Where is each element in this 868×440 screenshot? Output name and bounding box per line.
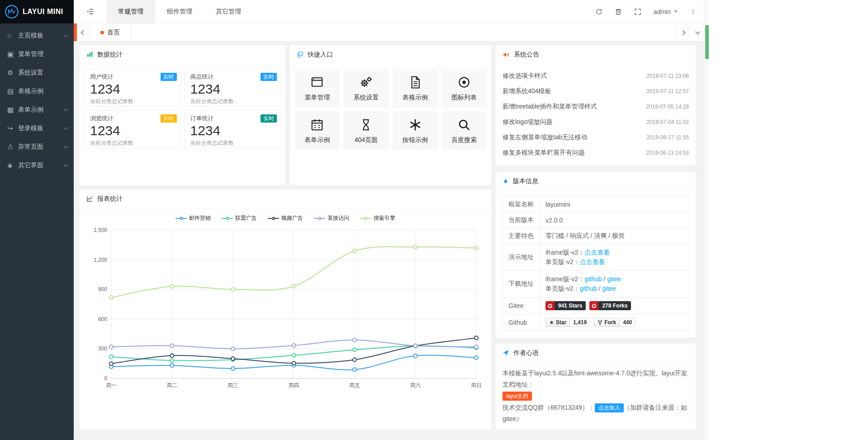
link-prefix: 单页版-v2：: [545, 258, 579, 265]
tile-icon-list[interactable]: 图标列表: [441, 69, 487, 108]
header-nav: 常规管理 组件管理 其它管理: [106, 0, 253, 23]
stat-panel-orders: 订单统计 1234 当前分类总记录数 实时: [185, 110, 281, 148]
link-prefix: 单页版-v2：: [545, 285, 579, 292]
list-item[interactable]: 修改选项卡样式 2019-07-11 23:06: [503, 68, 689, 84]
github-star-badge[interactable]: ★Star 1,419: [545, 318, 590, 327]
nav-tab-general[interactable]: 常规管理: [106, 0, 155, 23]
svg-text:周日: 周日: [471, 382, 482, 388]
tile-label: 菜单管理: [304, 94, 330, 102]
announcement-date: 2019-07-05 14:28: [646, 104, 689, 110]
tile-label: 按钮示例: [403, 136, 428, 144]
tile-button-example[interactable]: 按钮示例: [393, 111, 438, 150]
sidebar-item-form-example[interactable]: ▦ 表单示例: [0, 100, 74, 119]
demo-spa-link[interactable]: 点击查看: [579, 258, 605, 265]
card-title: 系统公告: [514, 51, 539, 59]
fullscreen-button[interactable]: [634, 8, 641, 15]
legend-item[interactable]: 联盟广告: [222, 214, 257, 222]
nav-tab-other[interactable]: 其它管理: [204, 0, 253, 23]
legend-item[interactable]: 视频广告: [268, 214, 303, 222]
tab-home[interactable]: 首页: [90, 24, 131, 41]
more-menu-button[interactable]: [690, 8, 697, 15]
download-gitee-link[interactable]: gitee: [607, 275, 621, 283]
row-label: 主要特色: [503, 228, 540, 244]
sidebar-item-label: 表单示例: [18, 106, 64, 114]
list-item[interactable]: 修改logo缩放问题 2019-07-04 11:02: [503, 114, 689, 130]
table-icon: ▤: [7, 87, 18, 95]
sidebar-item-menu-manage[interactable]: ▣ 菜单管理: [0, 45, 74, 63]
nav-tab-components[interactable]: 组件管理: [155, 0, 204, 23]
sidebar-item-error-pages[interactable]: ⚠ 异常页面: [0, 137, 74, 156]
trash-icon: [615, 8, 622, 15]
gitee-stars-badge[interactable]: G 941 Stars: [545, 301, 586, 310]
list-item[interactable]: 修复多模块菜单栏展开有问题 2019-06-13 14:53: [503, 145, 689, 161]
stat-value: 1234: [90, 81, 175, 97]
qq-join-badge[interactable]: 点击加入: [595, 403, 624, 412]
list-item[interactable]: 修复左侧菜单缩放tab无法移动 2019-06-17 11:55: [503, 130, 689, 145]
tile-form-example[interactable]: 表单示例: [294, 111, 340, 150]
author-line2: 技术交流QQ群（667813249）：点击加入（加群请备注来源：如gitee）: [503, 402, 689, 425]
list-item[interactable]: 新增treetable插件和菜单管理样式 2019-07-05 14:28: [503, 99, 689, 114]
svg-text:周二: 周二: [167, 382, 178, 388]
tab-scroll-left-button[interactable]: [77, 24, 90, 41]
tab-operations-button[interactable]: [690, 24, 704, 41]
row-value: 零门槛 / 响应式 / 清爽 / 极简: [540, 228, 689, 244]
chart-legend: 邮件营销联盟广告视频广告直接访问搜索引擎: [80, 208, 491, 223]
user-dropdown[interactable]: admin: [654, 8, 678, 15]
system-announcements-card: 系统公告 修改选项卡样式 2019-07-11 23:06 新增系统404模板 …: [496, 45, 696, 166]
tile-menu-manage[interactable]: 菜单管理: [294, 69, 340, 108]
table-row: 框架名称 layuimini: [503, 197, 689, 213]
tile-label: 系统设置: [353, 94, 379, 102]
announcement-date: 2019-07-11 23:06: [646, 73, 689, 79]
stat-value: 1234: [190, 123, 275, 138]
demo-iframe-link[interactable]: 点击查看: [584, 249, 610, 256]
author-message-header: 作者心语: [496, 344, 696, 363]
qq-group-text: 技术交流QQ群（667813249）：: [503, 404, 595, 411]
refresh-button[interactable]: [595, 8, 602, 15]
card-title: 快捷入口: [308, 51, 333, 59]
table-row: Gitee G 941 Stars G: [503, 298, 689, 314]
sidebar-item-system-settings[interactable]: ⚙ 系统设置: [0, 63, 74, 82]
sidebar-item-label: 其它界面: [18, 161, 64, 170]
download-gitee-link[interactable]: gitee: [602, 285, 616, 292]
version-info-header: 版本信息: [496, 172, 696, 191]
logo[interactable]: LAYUI MINI: [0, 0, 74, 24]
author-line1: 本模板基于layui2.5.4以及font-awesome-4.7.0进行实现。…: [503, 368, 689, 390]
dot-circle-icon: [457, 75, 471, 90]
download-github-link[interactable]: github: [579, 285, 597, 292]
tile-404-page[interactable]: 404页面: [343, 111, 389, 150]
download-github-link[interactable]: github: [584, 275, 602, 283]
vertical-scrollbar[interactable]: [704, 0, 709, 440]
tile-label: 百度搜索: [451, 136, 477, 144]
quick-grid: 菜单管理 系统设置: [290, 64, 491, 155]
list-item[interactable]: 新增系统404模板 2019-07-11 12:57: [503, 84, 689, 99]
version-table: 框架名称 layuimini 当前版本 v2.0.0 主要特色 零门槛 / 响应…: [503, 196, 689, 331]
sidebar-item-table-example[interactable]: ▤ 表格示例: [0, 82, 74, 100]
tile-baidu-search[interactable]: 百度搜索: [441, 111, 487, 150]
version-info-card: 版本信息 框架名称 layuimini 当前版本: [496, 172, 696, 337]
legend-item[interactable]: 邮件营销: [175, 214, 211, 222]
chevron-down-icon: [64, 162, 68, 167]
data-statistics-card: 数据统计 用户统计 1234 当前分类总记录数 实时 商品统计 1234 当前分…: [80, 45, 285, 185]
clear-cache-button[interactable]: [615, 8, 622, 15]
hourglass-icon: [359, 118, 373, 132]
scrollbar-thumb[interactable]: [705, 25, 709, 59]
gitee-forks-badge[interactable]: G 278 Forks: [589, 301, 631, 310]
sidebar-item-home-template[interactable]: ⌂ 主页模板: [0, 26, 74, 45]
github-fork-count: 440: [620, 318, 635, 326]
sidebar-item-other-ui[interactable]: ◈ 其它界面: [0, 156, 74, 175]
gear-icon: ⚙: [7, 69, 18, 77]
stat-desc: 当前分类总记录数: [90, 139, 175, 147]
legend-item[interactable]: 搜索引擎: [360, 214, 395, 222]
collapse-sidebar-button[interactable]: [74, 0, 106, 23]
tile-table-example[interactable]: 表格示例: [393, 69, 438, 108]
legend-label: 视频广告: [281, 214, 303, 222]
sidebar-item-login-template[interactable]: ↪ 登录模板: [0, 119, 74, 137]
svg-text:周一: 周一: [106, 382, 117, 388]
announcement-text: 修复左侧菜单缩放tab无法移动: [503, 133, 587, 142]
tile-system-settings[interactable]: 系统设置: [343, 69, 389, 108]
tab-scroll-right-button[interactable]: [676, 24, 690, 41]
github-fork-badge[interactable]: Fork 440: [594, 318, 636, 327]
chevron-right-icon: [680, 30, 685, 35]
legend-item[interactable]: 直接访问: [314, 214, 349, 222]
layui-doc-badge[interactable]: layui文档: [503, 392, 532, 401]
